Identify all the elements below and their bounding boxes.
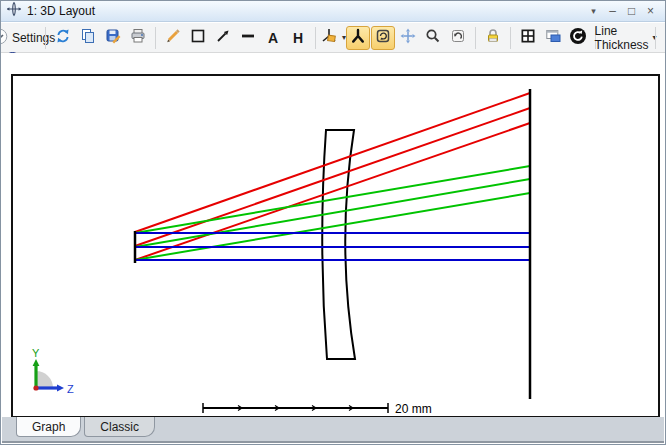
lock-icon (485, 28, 501, 47)
rotate-3d-button[interactable] (371, 26, 395, 50)
separator (155, 27, 156, 49)
maximize-button[interactable]: □ (622, 1, 641, 21)
close-button[interactable]: × (641, 1, 660, 21)
pencil-icon (165, 28, 181, 47)
toolbar: Settings (1, 23, 665, 53)
axis-y-label: Y (32, 347, 40, 359)
layout-canvas[interactable]: Y Z 20 mm (11, 74, 660, 418)
auto-update-button[interactable] (566, 26, 590, 50)
window-title: 1: 3D Layout (27, 4, 95, 18)
separator (510, 27, 511, 49)
print-icon (130, 28, 146, 47)
arrow-icon (215, 28, 231, 47)
client-area: Y Z 20 mm (2, 53, 664, 417)
lens-layout-icon (6, 1, 22, 21)
line-thickness-button[interactable]: Line Thickness ▾ (601, 26, 650, 50)
line-thickness-label: Line Thickness (595, 24, 649, 52)
minimize-button[interactable]: – (603, 1, 622, 21)
scale-bar (203, 403, 388, 413)
window-menu-button[interactable]: ▾ (584, 1, 603, 21)
scale-label: 20 mm (395, 402, 432, 416)
circular-arrow-icon (569, 27, 587, 48)
fit-window-button[interactable] (516, 26, 540, 50)
pencil-tool-button[interactable] (161, 26, 185, 50)
magnifier-icon (425, 28, 441, 47)
copy-icon (80, 28, 96, 47)
save-button[interactable] (101, 26, 125, 50)
save-icon (105, 28, 121, 47)
move-arrows-icon (400, 28, 416, 47)
line-icon (240, 28, 256, 47)
separator (45, 27, 46, 49)
reset-rotate-icon (450, 28, 466, 47)
update-button[interactable] (51, 26, 75, 50)
green-field-ray (135, 193, 530, 260)
line-tool-button[interactable] (236, 26, 260, 50)
refresh-icon (55, 28, 71, 47)
title-bar: 1: 3D Layout ▾ – □ × (1, 1, 665, 22)
fit-window-icon (520, 28, 536, 47)
red-field-ray (135, 123, 530, 260)
dimension-tool-button[interactable]: H (286, 26, 310, 50)
orientation-indicator[interactable]: Y Z (32, 347, 74, 395)
reset-orientation-button[interactable] (446, 26, 470, 50)
orientation-dropdown-button[interactable]: ▾ (321, 26, 345, 50)
zoom-button[interactable] (421, 26, 445, 50)
settings-label: Settings (12, 31, 55, 45)
arrow-tool-button[interactable] (211, 26, 235, 50)
pan-3d-button[interactable] (346, 26, 370, 50)
rectangle-tool-button[interactable] (186, 26, 210, 50)
green-field-ray (135, 179, 530, 247)
lock-window-button[interactable] (481, 26, 505, 50)
separator (315, 27, 316, 49)
tab-bar: Graph Classic (2, 417, 664, 443)
3d-layout-window: 1: 3D Layout ▾ – □ × Settings (0, 0, 666, 445)
separator (475, 27, 476, 49)
move-button[interactable] (396, 26, 420, 50)
settings-button[interactable]: Settings (6, 26, 40, 50)
copy-button[interactable] (76, 26, 100, 50)
axis-z-label: Z (67, 383, 74, 395)
rectangle-icon (190, 28, 206, 47)
tab-graph[interactable]: Graph (16, 417, 81, 437)
tab-classic[interactable]: Classic (84, 417, 155, 437)
text-tool-button[interactable]: A (261, 26, 285, 50)
active-window-button[interactable] (541, 26, 565, 50)
pan-3d-icon (350, 28, 366, 47)
rotate-3d-icon (375, 28, 391, 47)
print-button[interactable] (126, 26, 150, 50)
chevron-circle-icon (0, 28, 8, 48)
separator (655, 27, 656, 49)
red-field-ray (135, 93, 530, 232)
orientation-axes-icon (320, 27, 338, 48)
windows-icon (545, 28, 561, 47)
